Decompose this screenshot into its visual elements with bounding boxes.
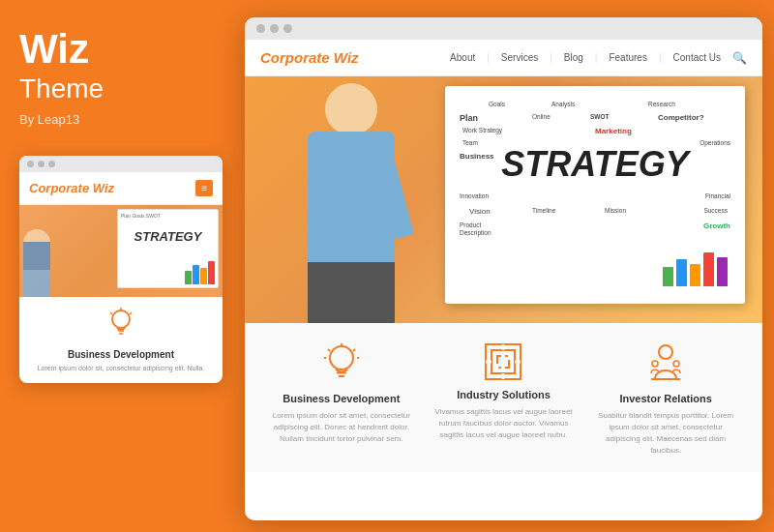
bar-blue: [676, 259, 687, 286]
desktop-dots: [245, 17, 762, 40]
wb-research: Research: [648, 101, 675, 107]
svg-point-0: [112, 310, 130, 328]
mobile-logo: Corporate Wiz: [29, 181, 114, 195]
desktop-nav: Corporate Wiz About | Services | Blog | …: [245, 40, 762, 76]
desktop-logo: Corporate Wiz: [260, 49, 359, 66]
mobile-bar-2: [193, 265, 199, 284]
search-icon[interactable]: 🔍: [732, 51, 747, 65]
strategy-title: STRATEGY: [501, 144, 688, 185]
wb-success: Success: [703, 207, 728, 214]
mobile-hero: STRATEGY Plan Goals SWOT: [19, 205, 223, 297]
svg-line-11: [353, 349, 355, 351]
bulb-icon: [323, 342, 360, 385]
bar-green: [663, 267, 673, 286]
desktop-dot-2: [270, 24, 279, 33]
wb-mission: Mission: [605, 207, 626, 214]
mobile-wb-words: Plan Goals SWOT: [121, 213, 161, 219]
mobile-feature-title: Business Development: [68, 349, 174, 360]
wb-financial: Financial: [705, 192, 730, 199]
left-panel: Wiz Theme By Leap13 Corporate Wiz ≡ STRA…: [0, 0, 237, 532]
mobile-mockup: Corporate Wiz ≡ STRATEGY Plan Goals SWOT: [19, 156, 223, 383]
wb-marketing: Marketing: [595, 127, 632, 135]
desktop-nav-links: About | Services | Blog | Features | Con…: [450, 51, 747, 65]
bar-purple: [717, 257, 728, 286]
feature-2-text: Vivamus sagittis lacus vel augue laoreet…: [431, 406, 576, 441]
mobile-bar-3: [200, 268, 207, 284]
wb-vision: Vision: [469, 207, 491, 216]
wb-online: Online: [532, 113, 551, 120]
mobile-nav: Corporate Wiz ≡: [19, 172, 223, 205]
whiteboard-content: STRATEGY Goals Analysis Research Plan On…: [455, 96, 735, 294]
wb-operations: Operations: [700, 139, 730, 146]
wb-innovation: Innovation: [460, 192, 489, 199]
feature-business-dev: Business Development Lorem ipsum dolor s…: [269, 342, 414, 457]
desktop-features-section: Business Development Lorem ipsum dolor s…: [245, 323, 762, 472]
feature-2-title: Industry Solutions: [457, 389, 551, 400]
svg-point-6: [330, 346, 353, 369]
wb-workstrategy: Work Strategy: [462, 127, 502, 133]
nav-about[interactable]: About: [450, 52, 475, 63]
hero-head: [325, 83, 377, 135]
mobile-menu-button[interactable]: ≡: [195, 180, 213, 196]
hero-person-area: [298, 83, 404, 323]
wb-business: Business: [460, 152, 494, 161]
theme-subtitle: Theme: [19, 74, 218, 104]
wb-competitor: Competitor?: [658, 113, 704, 122]
bar-orange: [690, 264, 700, 286]
wb-goals: Goals: [489, 101, 505, 107]
feature-industry-solutions: Industry Solutions Vivamus sagittis lacu…: [431, 342, 576, 457]
theme-title: Wiz: [19, 29, 218, 70]
svg-line-5: [130, 312, 132, 314]
nav-sep-4: |: [659, 52, 662, 63]
wb-description: Description: [460, 229, 491, 236]
mobile-whiteboard: STRATEGY Plan Goals SWOT: [117, 209, 219, 288]
nav-blog[interactable]: Blog: [564, 52, 583, 63]
dot-1: [27, 161, 34, 167]
nav-features[interactable]: Features: [609, 52, 646, 63]
feature-1-text: Lorem ipsum dolor sit amet, consectetur …: [269, 410, 414, 445]
svg-line-10: [328, 349, 330, 351]
wb-product: Product: [460, 222, 481, 228]
mobile-strategy-label: STRATEGY: [120, 229, 216, 244]
wb-timeline: Timeline: [532, 207, 555, 214]
wb-plan: Plan: [460, 113, 478, 123]
nav-sep-1: |: [487, 52, 490, 63]
mobile-person-silhouette: [23, 229, 50, 297]
hero-body: [308, 132, 395, 267]
mobile-logo-text: Corporate: [29, 181, 89, 195]
desktop-logo-italic: Wiz: [334, 49, 359, 66]
wb-analysis: Analysis: [551, 101, 575, 107]
feature-investor-relations: Investor Relations Suabitur blandit temp…: [593, 342, 738, 457]
mobile-features-section: Business Development Lorem ipsum dolor s…: [19, 297, 223, 383]
wb-team: Team: [462, 139, 478, 146]
mobile-wb-bars: [185, 261, 215, 284]
svg-point-25: [659, 345, 672, 359]
nav-contact[interactable]: Contact Us: [673, 52, 721, 63]
wb-growth: Growth: [703, 222, 730, 230]
feature-1-title: Business Development: [283, 393, 400, 404]
theme-by: By Leap13: [19, 112, 218, 127]
desktop-dot-3: [283, 24, 292, 33]
svg-rect-15: [491, 350, 515, 373]
feature-3-title: Investor Relations: [619, 393, 711, 404]
wb-barchart: [663, 252, 728, 286]
maze-icon: [484, 342, 522, 381]
svg-rect-16: [497, 356, 509, 368]
svg-point-28: [673, 361, 679, 367]
desktop-whiteboard: STRATEGY Goals Analysis Research Plan On…: [445, 86, 745, 304]
nav-services[interactable]: Services: [501, 52, 538, 63]
desktop-dot-1: [256, 24, 265, 33]
desktop-hero: STRATEGY Goals Analysis Research Plan On…: [245, 76, 762, 323]
svg-point-27: [652, 361, 658, 367]
mobile-hero-image: STRATEGY Plan Goals SWOT: [19, 205, 223, 297]
mobile-bar-1: [185, 271, 192, 284]
mobile-dots: [19, 156, 223, 172]
mobile-logo-italic: Wiz: [93, 181, 114, 195]
svg-line-4: [110, 312, 112, 314]
mobile-bulb-icon: [107, 307, 134, 341]
mobile-bar-4: [208, 261, 215, 284]
person-icon: [647, 342, 684, 385]
hero-pants: [308, 262, 395, 323]
feature-3-text: Suabitur blandit tempus porttitor. Lorem…: [593, 410, 738, 457]
desktop-mockup: Corporate Wiz About | Services | Blog | …: [245, 17, 762, 520]
